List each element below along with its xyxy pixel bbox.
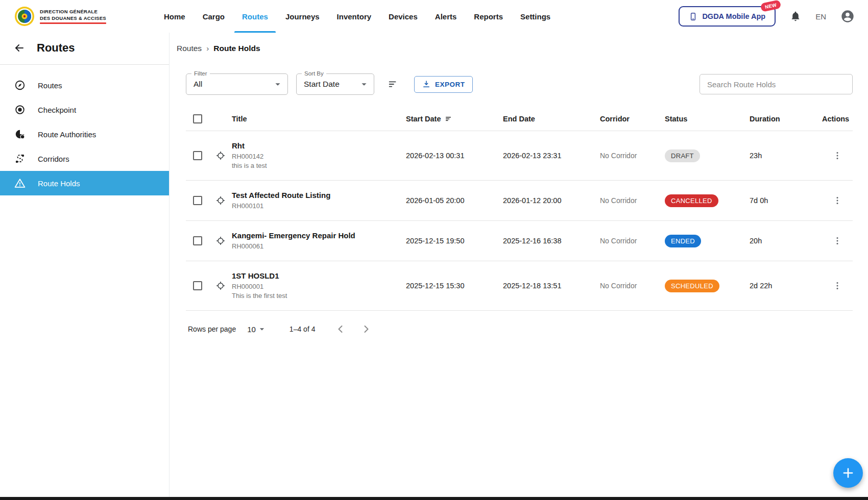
filter-select[interactable]: Filter All bbox=[186, 73, 288, 95]
back-arrow-icon[interactable] bbox=[12, 41, 27, 55]
row-checkbox[interactable] bbox=[193, 281, 202, 290]
column-header-actions: Actions bbox=[822, 115, 853, 123]
chevron-left-icon bbox=[334, 323, 347, 335]
add-route-hold-fab[interactable] bbox=[833, 458, 863, 488]
notifications-bell-icon[interactable] bbox=[790, 11, 801, 22]
column-header-title[interactable]: Title bbox=[232, 115, 406, 123]
toolbar: Filter All Sort By Start Date EXPORT bbox=[186, 73, 853, 95]
column-header-start-date[interactable]: Start Date bbox=[406, 115, 503, 123]
export-button[interactable]: EXPORT bbox=[414, 76, 473, 93]
sort-by-select[interactable]: Sort By Start Date bbox=[296, 73, 374, 95]
status-badge: DRAFT bbox=[665, 149, 700, 162]
route-authorities-icon bbox=[14, 129, 26, 140]
pagination-range: 1–4 of 4 bbox=[290, 325, 316, 333]
nav-routes[interactable]: Routes bbox=[233, 0, 277, 33]
column-header-duration[interactable]: Duration bbox=[750, 115, 822, 123]
table-header-row: Title Start Date End Date Corridor Statu… bbox=[186, 110, 853, 131]
row-actions-menu[interactable] bbox=[830, 234, 845, 248]
chevron-right-icon bbox=[360, 323, 372, 335]
new-badge: NEW bbox=[760, 0, 782, 12]
route-hold-title: Kangemi- Emergency Repair Hold bbox=[232, 231, 406, 241]
sidebar-item-label: Routes bbox=[38, 81, 62, 90]
status-badge: SCHEDULED bbox=[665, 280, 719, 292]
row-checkbox[interactable] bbox=[193, 196, 202, 205]
column-header-corridor[interactable]: Corridor bbox=[600, 115, 665, 123]
sidebar-item-route-holds[interactable]: Route Holds bbox=[0, 171, 169, 195]
filter-select-value: All bbox=[194, 80, 202, 89]
rows-per-page-select[interactable]: 10 bbox=[247, 324, 267, 334]
nav-journeys[interactable]: Journeys bbox=[277, 0, 328, 33]
sidebar-item-label: Checkpoint bbox=[38, 106, 76, 114]
kebab-menu-icon bbox=[832, 281, 842, 291]
previous-page-button[interactable] bbox=[332, 321, 349, 337]
phone-icon bbox=[689, 12, 697, 21]
table-row[interactable]: 1ST HOSLD1 RH000001 This is the first te… bbox=[186, 261, 853, 311]
row-actions-menu[interactable] bbox=[830, 279, 845, 293]
table-row[interactable]: Rht RH000142 this is a test 2026-02-13 0… bbox=[186, 131, 853, 181]
route-hold-description: this is a test bbox=[232, 161, 406, 170]
duration: 7d 0h bbox=[750, 196, 822, 205]
location-icon bbox=[215, 195, 226, 206]
filter-select-label: Filter bbox=[191, 70, 210, 77]
nav-alerts[interactable]: Alerts bbox=[426, 0, 466, 33]
nav-reports[interactable]: Reports bbox=[465, 0, 512, 33]
corridor: No Corridor bbox=[600, 237, 665, 245]
kebab-menu-icon bbox=[832, 195, 842, 206]
next-page-button[interactable] bbox=[358, 321, 374, 337]
sidebar-item-checkpoint[interactable]: Checkpoint bbox=[0, 97, 169, 122]
nav-settings[interactable]: Settings bbox=[512, 0, 559, 33]
bottom-edge-bar bbox=[0, 497, 868, 500]
account-icon[interactable] bbox=[840, 9, 855, 23]
brand-title: DIRECTION GÉNÉRALE bbox=[40, 9, 106, 15]
row-actions-menu[interactable] bbox=[830, 193, 845, 208]
route-hold-title: Test Affected Route Listing bbox=[232, 190, 406, 201]
row-checkbox[interactable] bbox=[193, 236, 202, 245]
nav-cargo[interactable]: Cargo bbox=[194, 0, 233, 33]
mobile-app-label: DGDA Mobile App bbox=[702, 12, 765, 20]
location-icon bbox=[215, 281, 226, 291]
sidebar-item-routes[interactable]: Routes bbox=[0, 73, 169, 97]
duration: 20h bbox=[750, 237, 822, 245]
route-hold-description: This is the first test bbox=[232, 291, 406, 301]
route-hold-id: RH000001 bbox=[232, 282, 406, 291]
sidebar-item-corridors[interactable]: Corridors bbox=[0, 146, 169, 171]
table-row[interactable]: Test Affected Route Listing RH000101 202… bbox=[186, 181, 853, 221]
status-badge: CANCELLED bbox=[665, 194, 718, 207]
select-all-checkbox[interactable] bbox=[193, 114, 202, 123]
table-row[interactable]: Kangemi- Emergency Repair Hold RH000061 … bbox=[186, 221, 853, 261]
sort-direction-button[interactable] bbox=[385, 77, 401, 92]
column-header-end-date[interactable]: End Date bbox=[503, 115, 600, 123]
pagination: Rows per page 10 1–4 of 4 bbox=[188, 311, 853, 347]
dgda-emblem-icon bbox=[14, 6, 35, 27]
kebab-menu-icon bbox=[832, 151, 842, 161]
sort-by-select-value: Start Date bbox=[304, 80, 340, 89]
duration: 23h bbox=[750, 152, 822, 160]
row-actions-menu[interactable] bbox=[830, 148, 845, 163]
breadcrumb-routes-link[interactable]: Routes bbox=[177, 44, 202, 53]
breadcrumb-separator: › bbox=[206, 44, 209, 53]
corridor: No Corridor bbox=[600, 196, 665, 205]
mobile-app-button[interactable]: NEW DGDA Mobile App bbox=[679, 6, 776, 27]
chevron-down-icon bbox=[358, 79, 370, 90]
search-input[interactable] bbox=[700, 74, 853, 94]
column-header-status[interactable]: Status bbox=[665, 115, 750, 123]
corridors-icon bbox=[14, 153, 26, 164]
row-checkbox[interactable] bbox=[193, 151, 202, 160]
rows-per-page-label: Rows per page bbox=[188, 325, 236, 333]
top-navbar: DIRECTION GÉNÉRALE DES DOUANES & ACCISES… bbox=[0, 0, 868, 33]
nav-devices[interactable]: Devices bbox=[380, 0, 426, 33]
checkpoint-icon bbox=[14, 104, 26, 115]
language-selector[interactable]: EN bbox=[815, 12, 826, 21]
location-icon bbox=[215, 236, 226, 246]
start-date: 2025-12-15 15:30 bbox=[406, 282, 503, 290]
compass-icon bbox=[14, 80, 26, 91]
location-icon bbox=[215, 151, 226, 161]
status-badge: ENDED bbox=[665, 235, 701, 247]
main-content: Routes › Route Holds Filter All Sort By … bbox=[170, 33, 868, 347]
nav-home[interactable]: Home bbox=[155, 0, 194, 33]
sidebar: Routes Routes Checkpoint Route Authoriti… bbox=[0, 33, 170, 497]
dgda-logo[interactable]: DIRECTION GÉNÉRALE DES DOUANES & ACCISES bbox=[14, 6, 106, 27]
sort-by-select-label: Sort By bbox=[302, 70, 326, 77]
nav-inventory[interactable]: Inventory bbox=[328, 0, 380, 33]
sidebar-item-route-authorities[interactable]: Route Authorities bbox=[0, 122, 169, 146]
